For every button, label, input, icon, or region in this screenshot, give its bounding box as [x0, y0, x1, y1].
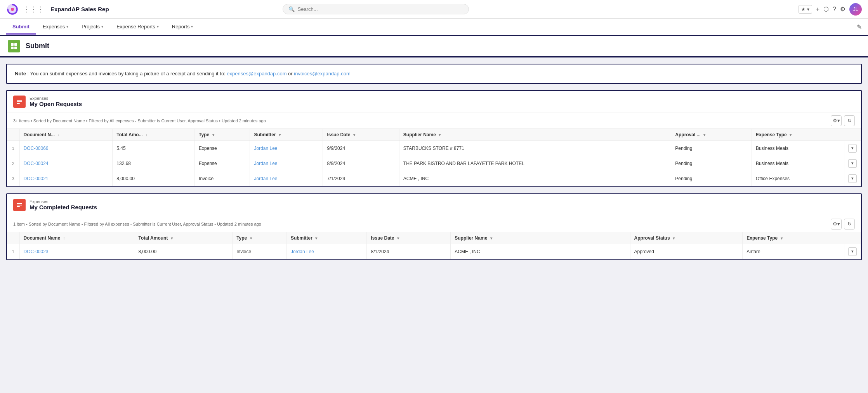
doc-id-link[interactable]: DOC-00066 — [24, 146, 49, 151]
refresh-button[interactable]: ↻ — [844, 219, 855, 230]
total-cell: 8,000.00 — [134, 244, 233, 259]
col-action-header — [844, 129, 861, 141]
completed-requests-label: Expenses — [30, 199, 97, 204]
svg-point-1 — [11, 8, 14, 11]
email2-link[interactable]: invoices@expandap.com — [294, 71, 350, 77]
sort-icon: ▾ — [315, 236, 317, 240]
help-icon[interactable]: ? — [833, 6, 836, 13]
sort-icon: ↓ — [146, 133, 148, 137]
star-button[interactable]: ★ ▾ — [799, 5, 812, 14]
row-number: 2 — [7, 156, 19, 171]
col-submitter-header[interactable]: Submitter ▾ — [250, 129, 323, 141]
issue-date-cell: 8/1/2024 — [367, 244, 451, 259]
open-requests-title: My Open Requests — [30, 101, 82, 107]
page-header-icon — [8, 40, 20, 52]
expense-type-cell: Business Meals — [752, 141, 844, 156]
completed-requests-header: Expenses My Completed Requests — [7, 194, 861, 216]
col-docname-header[interactable]: Document N... ↓ — [19, 129, 113, 141]
col-type-header[interactable]: Type ▾ — [195, 129, 250, 141]
open-requests-header: Expenses My Open Requests — [7, 91, 861, 113]
sort-icon: ▾ — [781, 236, 783, 240]
col-approval-header[interactable]: Approval ... ▾ — [671, 129, 752, 141]
subnav-item-expense-reports[interactable]: Expense Reports ▾ — [110, 20, 165, 35]
col-issuedate-header[interactable]: Issue Date ▾ — [367, 232, 451, 244]
submitter-link[interactable]: Jordan Lee — [254, 161, 277, 166]
chevron-down-icon: ▾ — [66, 24, 68, 29]
gear-icon[interactable]: ⚙ — [840, 5, 845, 13]
total-cell: 8,000.00 — [113, 171, 195, 186]
subnav-item-reports[interactable]: Reports ▾ — [166, 20, 200, 35]
col-total-header[interactable]: Total Amo... ↓ — [113, 129, 195, 141]
gear-settings-button[interactable]: ⚙▾ — [831, 115, 842, 126]
doc-id-link[interactable]: DOC-00024 — [24, 161, 49, 166]
approval-cell: Pending — [671, 156, 752, 171]
supplier-cell: STARBUCKS STORE # 8771 — [399, 141, 671, 156]
open-requests-actions: ⚙▾ ↻ — [831, 115, 855, 126]
table-row: 1 DOC-00066 5.45 Expense Jordan Lee 9/9/… — [7, 141, 861, 156]
col-exptype-header[interactable]: Expense Type ▾ — [743, 232, 844, 244]
svg-rect-6 — [17, 100, 22, 101]
doc-id-link[interactable]: DOC-00023 — [24, 249, 49, 254]
doc-id-cell: DOC-00021 — [19, 171, 113, 186]
top-navigation: ⋮⋮⋮ ExpandAP Sales Rep 🔍 ★ ▾ + ⬡ ? ⚙ JL — [0, 0, 868, 19]
doc-id-link[interactable]: DOC-00021 — [24, 176, 49, 181]
refresh-button[interactable]: ↻ — [844, 115, 855, 126]
email1-link[interactable]: expenses@expandap.com — [227, 71, 286, 77]
type-cell: Invoice — [195, 171, 250, 186]
total-cell: 132.68 — [113, 156, 195, 171]
col-docname-header[interactable]: Document Name ↑ — [19, 232, 134, 244]
open-requests-table: Document N... ↓ Total Amo... ↓ Type ▾ Su… — [7, 129, 861, 186]
topnav-right-actions: ★ ▾ + ⬡ ? ⚙ JL — [799, 3, 862, 16]
svg-rect-5 — [14, 47, 17, 49]
open-requests-section: Expenses My Open Requests 3+ items • Sor… — [6, 90, 862, 187]
doc-id-cell: DOC-00024 — [19, 156, 113, 171]
svg-rect-9 — [17, 203, 22, 204]
completed-requests-icon — [13, 199, 26, 211]
row-dropdown-button[interactable]: ▾ — [848, 159, 857, 168]
edit-icon[interactable]: ✎ — [857, 23, 862, 31]
col-submitter-header[interactable]: Submitter ▾ — [286, 232, 367, 244]
col-issuedate-header[interactable]: Issue Date ▾ — [323, 129, 399, 141]
supplier-cell: ACME , INC — [451, 244, 630, 259]
submitter-cell: Jordan Lee — [250, 156, 323, 171]
sort-icon: ▾ — [703, 133, 705, 137]
app-logo[interactable] — [6, 3, 19, 16]
col-action-header — [844, 232, 861, 244]
submitter-link[interactable]: Jordan Lee — [254, 146, 277, 151]
subnav-item-projects[interactable]: Projects ▾ — [75, 20, 109, 35]
note-middle: or — [288, 71, 294, 77]
completed-requests-actions: ⚙▾ ↻ — [831, 219, 855, 230]
sort-icon: ▾ — [673, 236, 675, 240]
user-avatar[interactable]: JL — [849, 3, 862, 16]
submitter-link[interactable]: Jordan Lee — [254, 176, 277, 181]
issue-date-cell: 9/9/2024 — [323, 141, 399, 156]
col-supplier-header[interactable]: Supplier Name ▾ — [399, 129, 671, 141]
col-type-header[interactable]: Type ▾ — [233, 232, 287, 244]
sub-navigation: Submit Expenses ▾ Projects ▾ Expense Rep… — [0, 19, 868, 36]
subnav-item-submit[interactable]: Submit — [6, 20, 36, 35]
col-total-header[interactable]: Total Amount ▾ — [134, 232, 233, 244]
submitter-cell: Jordan Lee — [250, 171, 323, 186]
subnav-item-expenses[interactable]: Expenses ▾ — [36, 20, 75, 35]
row-number: 3 — [7, 171, 19, 186]
approval-cell: Approved — [630, 244, 743, 259]
row-dropdown-button[interactable]: ▾ — [848, 247, 857, 256]
gear-settings-button[interactable]: ⚙▾ — [831, 219, 842, 230]
page-title: Submit — [26, 42, 49, 50]
upload-icon[interactable]: ⬡ — [823, 5, 829, 13]
search-input[interactable] — [298, 6, 463, 12]
col-supplier-header[interactable]: Supplier Name ▾ — [451, 232, 630, 244]
expense-type-cell: Business Meals — [752, 156, 844, 171]
col-exptype-header[interactable]: Expense Type ▾ — [752, 129, 844, 141]
submitter-link[interactable]: Jordan Lee — [291, 249, 314, 254]
completed-requests-table: Document Name ↑ Total Amount ▾ Type ▾ Su… — [7, 232, 861, 259]
open-requests-titles: Expenses My Open Requests — [30, 96, 82, 107]
type-cell: Expense — [195, 141, 250, 156]
open-requests-meta: 3+ items • Sorted by Document Name • Fil… — [7, 113, 861, 129]
grid-icon[interactable]: ⋮⋮⋮ — [23, 5, 44, 14]
col-approval-header[interactable]: Approval Status ▾ — [630, 232, 743, 244]
add-button[interactable]: + — [816, 6, 819, 13]
row-dropdown-button[interactable]: ▾ — [848, 174, 857, 183]
row-dropdown-button[interactable]: ▾ — [848, 144, 857, 153]
table-row: 1 DOC-00023 8,000.00 Invoice Jordan Lee … — [7, 244, 861, 259]
